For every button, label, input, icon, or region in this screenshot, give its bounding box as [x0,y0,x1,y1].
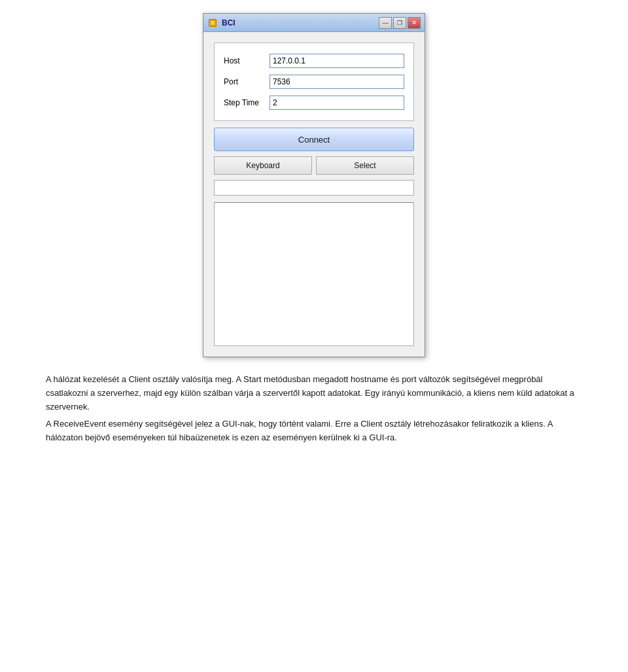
step-time-row: Step Time [224,96,404,110]
select-button[interactable]: Select [316,156,414,175]
step-time-label: Step Time [224,98,270,107]
host-input[interactable] [270,54,404,68]
application-window: BCI — ❐ ✕ Host Port Step Time [203,13,425,357]
keyboard-button[interactable]: Keyboard [214,156,312,175]
restore-button[interactable]: ❐ [393,17,406,29]
host-label: Host [224,56,270,65]
window-content: Host Port Step Time Connect Keyboard Sel… [203,32,425,357]
lower-buttons-row: Keyboard Select [214,156,414,175]
description-para1: A hálózat kezelését a Client osztály val… [46,373,582,414]
title-bar: BCI — ❐ ✕ [203,14,425,32]
minimize-button[interactable]: — [379,17,392,29]
port-label: Port [224,77,270,86]
connect-button[interactable]: Connect [214,128,414,151]
description-section: A hálózat kezelését a Client osztály val… [39,373,589,449]
close-button[interactable]: ✕ [408,17,421,29]
buttons-section: Connect Keyboard Select [214,128,414,196]
input-bar [214,180,414,196]
step-time-input[interactable] [270,96,404,110]
form-section: Host Port Step Time [214,43,414,121]
port-row: Port [224,75,404,89]
title-bar-controls: — ❐ ✕ [379,17,421,29]
text-output-area[interactable] [214,202,414,346]
app-icon [207,18,218,28]
host-row: Host [224,54,404,68]
window-title: BCI [222,18,379,27]
window-wrapper: BCI — ❐ ✕ Host Port Step Time [13,13,615,357]
port-input[interactable] [270,75,404,89]
description-para2: A ReceiveEvent esemény segítségével jele… [46,417,582,445]
